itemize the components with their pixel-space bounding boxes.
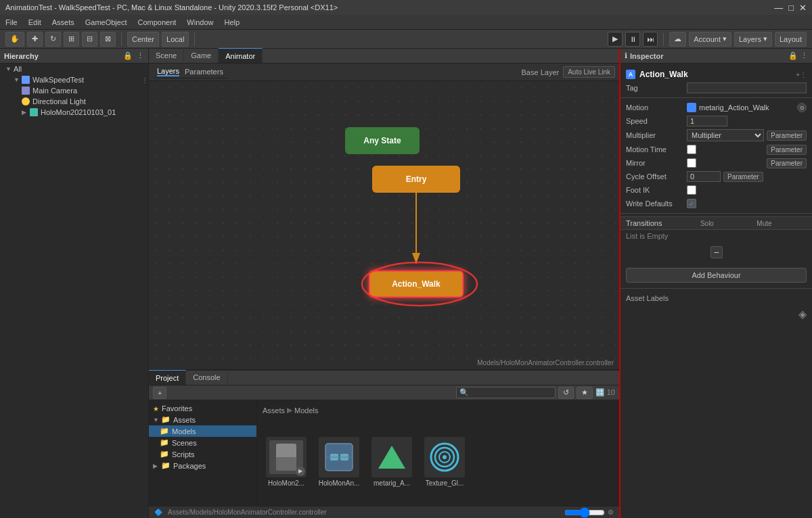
mesh-arrow-icon: ▶ <box>22 109 27 116</box>
mirror-checkbox[interactable] <box>687 158 696 168</box>
state-menu-icon[interactable]: ⋮ <box>800 71 807 78</box>
tree-item-scenes[interactable]: 📁 Scenes <box>149 437 256 448</box>
account-btn[interactable]: Account ▾ <box>689 32 731 47</box>
tool-rect[interactable]: ⊟ <box>82 32 97 47</box>
maximize-btn[interactable]: □ <box>788 3 794 13</box>
models-folder-icon: 📁 <box>160 427 169 435</box>
asset-item-metarig[interactable]: metarig_A... <box>368 437 415 487</box>
tree-item-models[interactable]: 📁 Models <box>149 425 256 437</box>
layers-btn[interactable]: Layers ▾ <box>734 32 772 47</box>
remove-transition-btn[interactable]: − <box>710 246 723 258</box>
star-filter-btn[interactable]: ★ <box>577 387 593 399</box>
footik-checkbox[interactable] <box>687 185 696 195</box>
menu-help[interactable]: Help <box>224 18 240 26</box>
breadcrumb-models[interactable]: Models <box>294 406 318 415</box>
tab-game[interactable]: Game <box>184 48 219 63</box>
close-btn[interactable]: ✕ <box>799 3 807 13</box>
menu-component[interactable]: Component <box>137 18 176 26</box>
playback-controls: ▶ ⏸ ⏭ <box>608 32 658 47</box>
animator-canvas[interactable]: Any State Entry Action_Walk <box>149 81 619 369</box>
tool-move[interactable]: ✚ <box>27 32 43 47</box>
hierarchy-item-scene[interactable]: ▼ WalkSpeedTest ⋮ <box>0 74 148 85</box>
inspector-lock-icon[interactable]: 🔒 <box>788 51 798 60</box>
tree-item-scripts[interactable]: 📁 Scripts <box>149 448 256 460</box>
hierarchy-item-light[interactable]: Directional Light <box>0 96 148 107</box>
minimize-btn[interactable]: — <box>774 3 783 13</box>
tab-console[interactable]: Console <box>186 370 227 385</box>
tag-input[interactable] <box>687 83 807 93</box>
scenes-label: Scenes <box>172 439 197 447</box>
insp-divider2 <box>621 213 812 214</box>
play-btn[interactable]: ▶ <box>608 32 623 47</box>
layout-btn[interactable]: Layout <box>775 32 807 47</box>
tool-scale[interactable]: ⊞ <box>64 32 79 47</box>
cloud-btn[interactable]: ☁ <box>669 32 686 47</box>
camera-icon <box>22 87 30 95</box>
all-label: All <box>14 65 22 73</box>
anystate-label: Any State <box>363 136 401 145</box>
tree-item-favorites[interactable]: ★ Favorites <box>149 403 256 414</box>
tree-item-assets[interactable]: ▼ 📁 Assets <box>149 414 256 425</box>
motion-select-btn[interactable]: ⊙ <box>797 103 807 112</box>
add-behaviour-btn[interactable]: Add Behaviour <box>626 268 807 283</box>
menu-window[interactable]: Window <box>187 18 213 26</box>
center-btn[interactable]: Center <box>127 32 159 47</box>
asset-item-texture[interactable]: Texture_Gl... <box>421 437 468 487</box>
scene-icon <box>22 76 30 84</box>
tool-rotate[interactable]: ↻ <box>45 32 61 47</box>
settings-icon[interactable]: ⚙ <box>608 509 614 516</box>
tab-animator[interactable]: Animator <box>219 48 263 63</box>
local-btn[interactable]: Local <box>162 32 189 47</box>
hierarchy-item-mesh[interactable]: ▶ HoloMon20210103_01 <box>0 107 148 118</box>
asset-label-texture: Texture_Gl... <box>426 479 464 487</box>
zoom-slider[interactable] <box>564 509 605 516</box>
multiplier-param-badge: Parameter <box>767 131 807 141</box>
play-overlay-icon: ▶ <box>296 467 305 476</box>
action-walk-node[interactable]: Action_Walk <box>369 270 464 298</box>
search-bar[interactable]: 🔍 <box>456 387 556 398</box>
titlebar-controls[interactable]: — □ ✕ <box>774 3 807 13</box>
breadcrumb-assets[interactable]: Assets <box>263 406 285 415</box>
refresh-btn[interactable]: ↺ <box>558 387 574 399</box>
asset-item-holomon-anim[interactable]: HoloMonAn... <box>315 437 363 487</box>
cycleoffset-input[interactable] <box>687 171 721 182</box>
menu-edit[interactable]: Edit <box>28 18 41 26</box>
entry-node[interactable]: Entry <box>372 166 460 193</box>
multiplier-select[interactable]: Multiplier <box>687 129 764 141</box>
asset-item-holomon2[interactable]: ▶ HoloMon2... <box>263 437 310 487</box>
project-add-btn[interactable]: + <box>153 387 166 399</box>
layers-label: Layers <box>739 35 761 43</box>
motiontime-checkbox[interactable] <box>687 145 696 154</box>
step-btn[interactable]: ⏭ <box>643 32 658 47</box>
menu-file[interactable]: File <box>5 18 18 26</box>
inspector-menu-icon[interactable]: ⋮ <box>800 51 808 60</box>
toolbar-sep2 <box>194 32 195 46</box>
subtab-layers[interactable]: Layers <box>157 67 179 76</box>
account-label: Account <box>694 35 721 43</box>
asset-labels-icon[interactable]: ◈ <box>798 308 807 321</box>
speed-input[interactable] <box>687 116 727 126</box>
tab-project[interactable]: Project <box>149 370 186 385</box>
main-layout: Hierarchy 🔒 ⋮ ▼ All ▼ WalkSpeedTest ⋮ Ma… <box>0 49 812 518</box>
hierarchy-lock-icon[interactable]: 🔒 <box>123 51 133 60</box>
subtab-parameters[interactable]: Parameters <box>185 68 223 76</box>
auto-live-link-btn[interactable]: Auto Live Link <box>563 66 615 78</box>
writedefaults-checkbox[interactable]: ✓ <box>687 199 696 208</box>
menu-gameobject[interactable]: GameObject <box>85 18 127 26</box>
hierarchy-item-camera[interactable]: Main Camera <box>0 85 148 96</box>
search-input[interactable] <box>471 389 552 397</box>
tool-transform[interactable]: ⊠ <box>100 32 116 47</box>
transitions-header: Transitions Solo Mute <box>621 216 812 230</box>
scene-menu-icon[interactable]: ⋮ <box>141 76 148 84</box>
menu-assets[interactable]: Assets <box>52 18 74 26</box>
anystate-node[interactable]: Any State <box>345 127 420 154</box>
hierarchy-menu-icon[interactable]: ⋮ <box>137 51 144 60</box>
inspector-motiontime-row: Motion Time Parameter <box>621 143 812 156</box>
tab-scene[interactable]: Scene <box>149 48 184 63</box>
tool-hand[interactable]: ✋ <box>5 32 24 47</box>
pause-btn[interactable]: ⏸ <box>625 32 640 47</box>
hierarchy-item-all[interactable]: ▼ All <box>0 64 148 74</box>
assets-label: Assets <box>173 416 196 424</box>
tree-item-packages[interactable]: ▶ 📁 Packages <box>149 460 256 471</box>
inspector-info-icon: ℹ <box>625 51 627 60</box>
